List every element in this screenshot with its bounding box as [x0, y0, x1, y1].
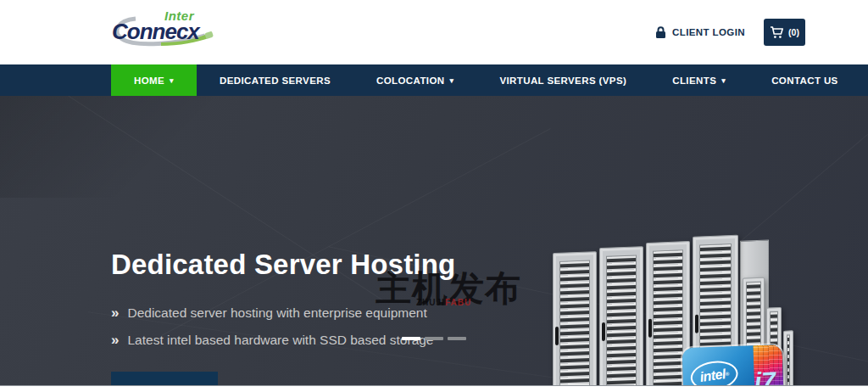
nav-label: CONTACT US	[771, 76, 838, 86]
company-logo[interactable]: Inter Connecx	[110, 7, 229, 58]
hero-bullet-list: » Dedicated server hosting with enterpri…	[111, 305, 434, 359]
nav-label: COLOCATION	[376, 76, 444, 86]
hero-bullet-text: Latest intel based hardware with SSD bas…	[127, 333, 433, 348]
cart-count: (0)	[788, 27, 799, 37]
chevron-double-icon: »	[111, 332, 117, 349]
nav-item-dedicated-servers[interactable]: DEDICATED SERVERS	[197, 64, 353, 96]
hero-title: Dedicated Server Hosting	[111, 249, 455, 281]
nav-label: CLIENTS	[672, 76, 716, 86]
nav-item-virtual-servers-vps[interactable]: VIRTUAL SERVERS (VPS)	[476, 64, 649, 96]
logo-text-connecx: Connecx	[112, 19, 199, 45]
cart-button[interactable]: (0)	[764, 19, 805, 46]
hero-bullet-text: Dedicated server hosting with enterprise…	[127, 305, 426, 321]
carousel-indicators	[0, 337, 868, 340]
carousel-indicator-3[interactable]	[448, 337, 466, 340]
page-bottom-strip	[0, 385, 868, 392]
intel-logo: intel®	[689, 358, 740, 385]
top-header: Inter Connecx CLIENT LOGIN (0)	[0, 0, 868, 64]
intel-i7-label: i7	[754, 367, 776, 385]
hero-banner: Dedicated Server Hosting 主机发布 ZHUJIFABU …	[0, 96, 868, 385]
carousel-indicator-2[interactable]	[425, 337, 443, 340]
caret-down-icon: ▾	[170, 77, 174, 85]
cart-icon	[770, 26, 784, 39]
hero-bullet: » Dedicated server hosting with enterpri…	[111, 305, 434, 322]
learn-more-button[interactable]: LEARN MORE	[111, 372, 218, 385]
nav-item-home[interactable]: HOME ▾	[111, 64, 197, 96]
carousel-indicator-1[interactable]	[402, 337, 420, 340]
client-login-label: CLIENT LOGIN	[672, 27, 745, 37]
intel-core-i7-badge: intel® i7 CORE™ inside™	[682, 344, 785, 385]
lock-icon	[655, 26, 666, 39]
nav-label: VIRTUAL SERVERS (VPS)	[499, 76, 626, 86]
nav-label: HOME	[134, 76, 164, 86]
client-login-link[interactable]: CLIENT LOGIN	[655, 26, 745, 39]
caret-down-icon: ▾	[449, 77, 453, 85]
nav-item-colocation[interactable]: COLOCATION ▾	[353, 64, 476, 96]
chevron-double-icon: »	[111, 305, 117, 322]
caret-down-icon: ▾	[721, 77, 726, 85]
main-nav: HOME ▾ DEDICATED SERVERS COLOCATION ▾ VI…	[0, 64, 868, 96]
hero-shade	[0, 96, 220, 198]
nav-label: DEDICATED SERVERS	[220, 76, 331, 86]
nav-item-clients[interactable]: CLIENTS ▾	[649, 64, 748, 96]
nav-item-contact-us[interactable]: CONTACT US	[748, 64, 861, 96]
hero-bullet: » Latest intel based hardware with SSD b…	[111, 332, 434, 349]
